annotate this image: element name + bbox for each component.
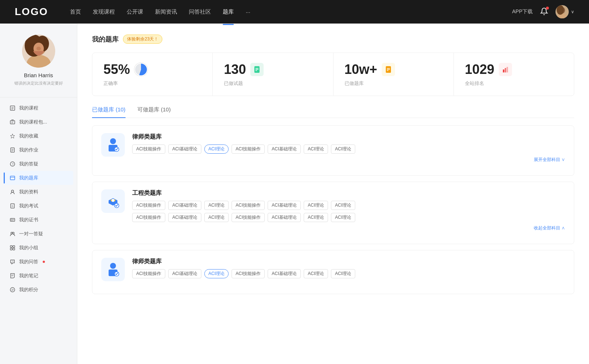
sidebar-item-13[interactable]: P我的积分 (4, 283, 73, 297)
tag-3[interactable]: ACI技能操作 (232, 144, 265, 154)
tag-6[interactable]: ACI理论 (331, 144, 355, 154)
sidebar-item-4[interactable]: ?我的答疑 (4, 157, 73, 171)
svg-point-36 (13, 232, 14, 234)
bank-card-body: 律师类题库 ACI技能操作ACI基础理论ACI理论ACI技能操作ACI基础理论A… (132, 133, 565, 163)
tag-5[interactable]: ACI理论 (304, 269, 328, 278)
tag-1[interactable]: ACI基础理论 (168, 144, 201, 154)
tag-4[interactable]: ACI基础理论 (268, 269, 301, 278)
tag-4[interactable]: ACI基础理论 (268, 201, 301, 210)
nav-item-问答社区[interactable]: 问答社区 (189, 7, 211, 17)
tab-item-0[interactable]: 已做题库 (10) (92, 106, 126, 118)
tag-r2-2[interactable]: ACI理论 (204, 213, 229, 222)
sidebar-item-8[interactable]: 我的证书 (4, 213, 73, 227)
sidebar-item-6[interactable]: 我的资料 (4, 185, 73, 199)
tag-2[interactable]: ACI理论 (204, 144, 229, 154)
svg-point-10 (36, 47, 41, 50)
tag-1[interactable]: ACI基础理论 (168, 201, 201, 210)
tag-3[interactable]: ACI技能操作 (232, 269, 265, 278)
sidebar-item-3[interactable]: 我的作业 (4, 143, 73, 157)
nav-links: 首页发现课程公开课新闻资讯问答社区题库··· (70, 7, 512, 17)
logo: LOGO (15, 6, 48, 18)
stat-label: 正确率 (103, 80, 201, 87)
profile-motto: 错误的决定比没有决定要好 (8, 81, 69, 86)
stat-value: 130 (224, 62, 246, 77)
tag-2[interactable]: ACI理论 (204, 201, 229, 210)
bank-title: 律师类题库 (132, 133, 565, 141)
sidebar-item-9[interactable]: 一对一答疑 (4, 227, 73, 241)
tabs-row: 已做题库 (10)可做题库 (10) (92, 106, 574, 118)
svg-text:?: ? (12, 260, 14, 263)
nav-item-新闻资讯[interactable]: 新闻资讯 (155, 7, 177, 17)
tag-r2-3[interactable]: ACI技能操作 (232, 213, 265, 222)
sidebar: Brian Harris 错误的决定比没有决定要好 我的课程我的课程包...我的… (0, 24, 77, 364)
profile-avatar (22, 35, 55, 68)
tag-0[interactable]: ACI技能操作 (132, 269, 165, 278)
expand-link[interactable]: 展开全部科目 ∨ (132, 157, 565, 163)
tag-r2-1[interactable]: ACI基础理论 (168, 213, 201, 222)
tag-6[interactable]: ACI理论 (331, 201, 355, 210)
svg-rect-37 (10, 246, 12, 247)
notification-dot (546, 7, 549, 10)
svg-rect-56 (507, 67, 508, 72)
tag-0[interactable]: ACI技能操作 (132, 144, 165, 154)
nav-item-首页[interactable]: 首页 (70, 7, 81, 17)
tag-5[interactable]: ACI理论 (304, 201, 328, 210)
nav-item-公开课[interactable]: 公开课 (127, 7, 143, 17)
svg-text:?: ? (12, 163, 14, 166)
tag-r2-4[interactable]: ACI基础理论 (268, 213, 301, 222)
expand-link[interactable]: 收起全部科目 ∧ (132, 225, 565, 231)
svg-rect-29 (11, 204, 14, 208)
main-content: 我的题库 体验剩余23天！ 55% 正确率 130 已做试题 10w+ 已做题库… (77, 24, 589, 364)
tags-row-1: ACI技能操作ACI基础理论ACI理论ACI技能操作ACI基础理论ACI理论AC… (132, 201, 565, 210)
bank-card-header: 律师类题库 ACI技能操作ACI基础理论ACI理论ACI技能操作ACI基础理论A… (101, 258, 565, 281)
profile-icon (10, 189, 15, 195)
nav-item-题库[interactable]: 题库 (223, 7, 234, 17)
group-icon (10, 245, 15, 251)
tag-0[interactable]: ACI技能操作 (132, 201, 165, 210)
stat-label: 已做试题 (224, 80, 322, 87)
tag-6[interactable]: ACI理论 (331, 269, 355, 278)
exam-icon (10, 203, 15, 209)
tag-2[interactable]: ACI理论 (204, 269, 229, 278)
app-download[interactable]: APP下载 (512, 8, 533, 15)
bank-card-0: 律师类题库 ACI技能操作ACI基础理论ACI理论ACI技能操作ACI基础理论A… (92, 125, 574, 176)
stat-item-3: 1029 全站排名 (454, 53, 574, 96)
tag-r2-5[interactable]: ACI理论 (304, 213, 328, 222)
sidebar-item-12[interactable]: 我的笔记 (4, 269, 73, 283)
tag-r2-6[interactable]: ACI理论 (331, 213, 355, 222)
sidebar-item-10[interactable]: 我的小组 (4, 241, 73, 255)
sidebar-item-5[interactable]: 我的题库 (4, 171, 73, 185)
sidebar-item-11[interactable]: ?我的问答 (4, 255, 73, 269)
bank-title: 律师类题库 (132, 258, 565, 265)
sidebar-item-label: 我的题库 (19, 175, 38, 181)
tab-item-1[interactable]: 可做题库 (10) (137, 106, 171, 118)
tag-5[interactable]: ACI理论 (304, 144, 328, 154)
stat-value: 55% (103, 62, 130, 77)
tag-1[interactable]: ACI基础理论 (168, 269, 201, 278)
nav-item-···[interactable]: ··· (246, 7, 250, 17)
nav-item-发现课程[interactable]: 发现课程 (93, 7, 115, 17)
svg-rect-38 (13, 246, 15, 247)
stat-value: 10w+ (345, 62, 377, 77)
tag-4[interactable]: ACI基础理论 (268, 144, 301, 154)
page-title: 我的题库 (92, 35, 119, 44)
bank-icon (10, 175, 15, 181)
chevron-down-icon: ∨ (571, 9, 574, 14)
sidebar-item-7[interactable]: 我的考试 (4, 199, 73, 213)
doc-green-icon (250, 63, 264, 76)
sidebar-item-2[interactable]: 我的收藏 (4, 129, 73, 143)
sidebar-item-0[interactable]: 我的课程 (4, 101, 73, 115)
svg-point-28 (11, 190, 14, 192)
tag-3[interactable]: ACI技能操作 (232, 201, 265, 210)
sidebar-item-1[interactable]: 我的课程包... (4, 115, 73, 129)
stat-top: 130 (224, 62, 322, 77)
trial-badge: 体验剩余23天！ (123, 35, 162, 44)
svg-point-62 (110, 263, 116, 269)
star-icon (10, 133, 15, 139)
user-avatar-menu[interactable]: ∨ (556, 5, 574, 18)
tag-r2-0[interactable]: ACI技能操作 (132, 213, 165, 222)
bell-icon[interactable] (540, 7, 548, 17)
bank-card-header: 律师类题库 ACI技能操作ACI基础理论ACI理论ACI技能操作ACI基础理论A… (101, 133, 565, 163)
page-wrapper: Brian Harris 错误的决定比没有决定要好 我的课程我的课程包...我的… (0, 24, 589, 364)
sidebar-item-label: 我的答疑 (19, 161, 38, 167)
